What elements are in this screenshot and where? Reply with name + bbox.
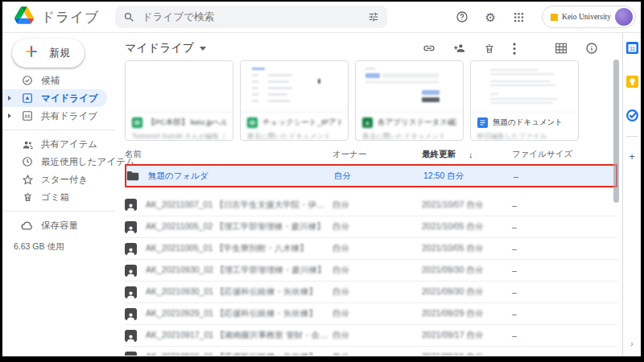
media-file-icon — [125, 330, 137, 342]
shared-drive-icon — [21, 109, 34, 122]
media-file-icon — [125, 243, 137, 255]
card-subtitle: Tomonori Suzuki さんが編集（昨日） — [132, 132, 226, 141]
get-link-icon[interactable] — [423, 42, 436, 55]
table-row[interactable]: AK_20210917_01 【湘南藤沢事務室 管財・会計担当・第2棟】 自分 … — [125, 324, 617, 346]
sidebar-item-suggestions[interactable]: 候補 — [2, 72, 107, 89]
column-size[interactable]: ファイルサイズ — [512, 149, 617, 160]
storage-usage-text: 6.63 GB 使用 — [2, 234, 115, 253]
column-name[interactable]: 名前 — [125, 149, 332, 160]
media-file-icon — [125, 308, 137, 320]
google-sheets-icon — [132, 117, 142, 128]
file-thumbnail — [241, 61, 348, 113]
svg-text:X: X — [365, 120, 370, 127]
google-apps-grid-icon[interactable] — [513, 11, 525, 23]
column-modified[interactable]: 最終更新 — [422, 149, 456, 160]
trash-icon — [21, 191, 34, 204]
share-person-add-icon[interactable] — [453, 42, 466, 55]
expand-caret-icon[interactable] — [6, 113, 14, 118]
header-actions: ⚙ Keio University — [456, 6, 641, 28]
new-plus-icon — [23, 43, 39, 63]
table-row[interactable]: AK_20211005_02 【理工学部管理棟・慶川棟】 自分 2021/10/… — [125, 216, 617, 237]
drive-home-link[interactable]: ドライブ — [2, 6, 115, 27]
star-icon — [21, 173, 34, 186]
card-subtitle: 過去に開いたドキュメント — [247, 132, 341, 141]
add-addon-plus-icon[interactable]: + — [629, 151, 635, 162]
suggested-card[interactable]: 【PC本部】 keio.jpヘルプデ... Tomonori Suzuki さん… — [125, 60, 233, 141]
sidebar-item-starred[interactable]: スター付き — [2, 171, 107, 188]
suggested-card[interactable]: チェックシート_IPアドレス... 過去に開いたドキュメント — [240, 60, 349, 141]
new-button-label: 新規 — [49, 46, 70, 60]
suggested-card[interactable]: X 各アプリステータス確認記... 過去に開いたドキュメント — [355, 60, 464, 141]
google-drive-window: ドライブ ⚙ Keio University — [2, 2, 641, 356]
card-subtitle: 過去に開いたドキュメント — [362, 132, 456, 141]
avatar[interactable] — [615, 8, 633, 26]
divider — [626, 136, 638, 137]
search-input[interactable] — [142, 11, 361, 23]
sidebar-item-my-drive[interactable]: マイドライブ — [2, 89, 107, 107]
search-icon — [123, 11, 135, 23]
right-side-rail: 31 + › — [622, 33, 641, 356]
table-row[interactable]: AK_20211005_01 【学生寮別館・八木棟】 自分 2021/10/05… — [125, 237, 617, 259]
media-file-icon — [125, 221, 137, 233]
help-icon[interactable] — [456, 10, 469, 23]
divider — [2, 211, 115, 212]
expand-caret-icon[interactable] — [6, 96, 14, 101]
top-header: ドライブ ⚙ Keio University — [2, 2, 641, 33]
drive-logo-icon — [14, 6, 34, 27]
table-row-untitled-folder[interactable]: 無題のフォルダ 自分 12:50 自分 – — [125, 164, 617, 187]
breadcrumb-my-drive[interactable]: マイドライブ — [125, 41, 206, 56]
info-panel-icon[interactable] — [585, 42, 598, 55]
vertical-scrollbar[interactable] — [613, 60, 619, 203]
search-options-tune-icon[interactable] — [368, 11, 379, 23]
search-bar[interactable] — [115, 6, 387, 28]
sidebar-item-shared-drives[interactable]: 共有ドライブ — [2, 107, 107, 125]
media-file-icon — [125, 199, 137, 211]
new-button[interactable]: 新規 — [12, 39, 85, 68]
left-sidebar: 新規 候補 マイドライブ 共有ドラ — [2, 33, 115, 356]
google-calendar-icon[interactable]: 31 — [626, 42, 638, 54]
cloud-icon — [21, 219, 34, 232]
more-options-icon[interactable] — [513, 43, 516, 55]
file-thumbnail — [126, 61, 233, 113]
column-owner[interactable]: オーナー — [332, 149, 422, 160]
file-thumbnail — [471, 61, 578, 113]
file-table-header: 名前 オーナー 最終更新 ↓ ファイルサイズ — [125, 148, 617, 161]
sort-direction-icon[interactable]: ↓ — [469, 150, 473, 159]
location-label: マイドライブ — [125, 41, 194, 56]
account-badge[interactable]: Keio University — [542, 6, 636, 28]
file-thumbnail — [356, 61, 463, 113]
sidebar-item-shared-with-me[interactable]: 共有アイテム — [2, 135, 107, 153]
chevron-down-icon — [200, 47, 206, 51]
folder-icon — [126, 171, 139, 181]
table-row[interactable]: AK_20210929_01 【応援科伝統棟・矢吹棟】 自分 2021/09/2… — [125, 302, 617, 324]
excel-file-icon: X — [362, 117, 373, 128]
main-content: マイドライブ — [115, 33, 622, 356]
sidebar-item-recent[interactable]: 最近使用したアイテム — [2, 153, 107, 171]
card-title: 【PC本部】 keio.jpヘルプデ... — [147, 117, 226, 128]
org-emblem-icon — [551, 14, 558, 21]
google-docs-icon — [477, 117, 488, 128]
collapse-panel-chevron-icon[interactable]: › — [623, 339, 641, 348]
media-file-icon — [125, 286, 137, 298]
sidebar-item-trash[interactable]: ゴミ箱 — [2, 188, 107, 206]
svg-text:31: 31 — [629, 46, 635, 51]
table-row[interactable]: AK_20211007_01 【日吉学生支援大学院・伊勢山棟】 自分 2021/… — [125, 194, 617, 216]
suggested-card[interactable]: 無題のドキュメント 昨日編集したファイル — [470, 60, 579, 141]
settings-gear-icon[interactable]: ⚙ — [485, 11, 496, 23]
clock-icon — [21, 155, 34, 168]
table-row[interactable]: AK_20210930_02 【理工学部管理棟・慶川棟】 自分 2021/09/… — [125, 259, 617, 281]
sidebar-item-storage[interactable]: 保存容量 — [2, 216, 107, 234]
content-toolbar: マイドライブ — [125, 33, 622, 57]
suggested-files-row: 【PC本部】 keio.jpヘルプデ... Tomonori Suzuki さん… — [125, 60, 622, 141]
card-title: チェックシート_IPアドレス... — [262, 117, 341, 128]
table-row[interactable]: AK_20210916_01 【応援科伝統棟・矢吹棟】 自分 2021/09/1… — [125, 346, 617, 356]
table-row[interactable]: AK_20210930_01 【応援科伝統棟・矢吹棟】 自分 2021/09/3… — [125, 281, 617, 302]
media-file-icon — [125, 352, 137, 356]
grid-view-toggle-icon[interactable] — [555, 43, 568, 54]
google-sheets-icon — [247, 117, 258, 128]
trash-icon[interactable] — [484, 43, 495, 55]
app-title: ドライブ — [41, 8, 99, 27]
google-tasks-icon[interactable] — [626, 109, 638, 121]
google-keep-icon[interactable] — [626, 76, 638, 88]
people-icon — [21, 138, 34, 150]
